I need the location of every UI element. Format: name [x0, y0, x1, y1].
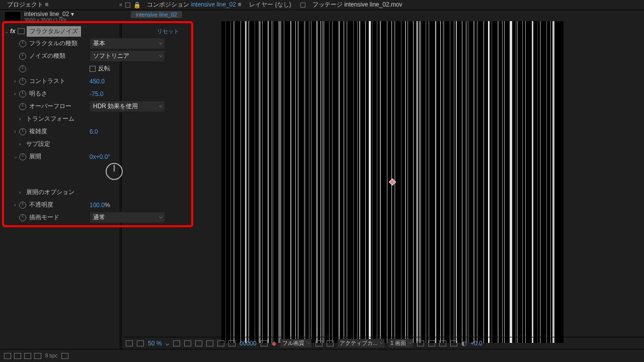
opacity-suffix: % — [105, 202, 110, 209]
fx-badge[interactable]: fx — [10, 28, 16, 35]
grid-icon[interactable] — [137, 340, 144, 346]
evolution-dial[interactable] — [106, 163, 123, 180]
layer-tab[interactable]: レイヤー (なし) — [245, 0, 295, 10]
stopwatch-icon[interactable] — [19, 153, 26, 160]
prop-sub-settings-group[interactable]: › サブ設定 — [5, 138, 189, 150]
views-dropdown[interactable]: 1 画面 — [388, 339, 413, 347]
prop-label: ノイズの種類 — [29, 52, 90, 60]
fractal-type-dropdown[interactable]: 基本 — [90, 38, 165, 49]
project-item-dims: 3500 x 3500 (1.00) — [24, 18, 74, 23]
comp-prefix-label: コンポジション — [147, 1, 189, 8]
blend-mode-dropdown[interactable]: 通常 — [90, 212, 165, 223]
comp-icon[interactable] — [24, 353, 31, 359]
flowchart-icon[interactable] — [450, 340, 457, 346]
twirl-right-icon[interactable]: › — [19, 141, 24, 147]
viewer-icon[interactable] — [315, 340, 323, 346]
opacity-value[interactable]: 100.0 — [90, 202, 105, 209]
prop-transform-group[interactable]: › トランスフォーム — [5, 113, 189, 125]
evolution-value[interactable]: 0x+0.0° — [90, 153, 110, 160]
menu-icon[interactable]: ≡ — [45, 1, 48, 8]
stopwatch-icon[interactable] — [19, 90, 26, 98]
twirl-right-icon[interactable]: › — [14, 78, 19, 84]
prop-evolution-options-group[interactable]: › 展開のオプション — [5, 186, 189, 199]
stopwatch-icon[interactable] — [19, 78, 26, 85]
mask-icon[interactable] — [195, 340, 202, 346]
twirl-right-icon[interactable]: › — [14, 129, 19, 134]
twirl-down-icon[interactable]: ⌵ — [14, 154, 19, 159]
show-channel-icon[interactable]: ◆ — [272, 340, 276, 347]
flowchart-comp-tab[interactable]: intensive line_02 — [131, 11, 182, 18]
invert-checkbox[interactable] — [90, 66, 96, 72]
lock-icon[interactable]: 🔒 — [133, 2, 141, 9]
guide-icon[interactable] — [228, 340, 235, 346]
prop-label: 展開のオプション — [26, 188, 87, 197]
interpret-icon[interactable] — [4, 353, 11, 359]
stopwatch-icon[interactable] — [19, 202, 26, 209]
complexity-value[interactable]: 6.0 — [90, 128, 98, 135]
close-icon[interactable]: × — [119, 2, 122, 9]
bpc-label[interactable]: 8 bpc — [45, 353, 57, 358]
stopwatch-icon[interactable] — [19, 103, 26, 110]
prop-noise-type: ノイズの種類 ソフトリニア — [5, 50, 189, 62]
prop-overflow: オーバーフロー HDR 効果を使用 — [5, 100, 189, 113]
magnify-icon[interactable] — [126, 340, 133, 346]
menu-icon[interactable]: ≡ — [237, 1, 241, 8]
region-icon[interactable] — [206, 340, 213, 346]
prop-label: オーバーフロー — [29, 102, 90, 111]
zoom-dropdown[interactable]: 50 % — [148, 340, 162, 347]
project-item-name[interactable]: intensive line_02 ▾ — [24, 11, 74, 18]
contrast-value[interactable]: 450.0 — [90, 78, 105, 85]
twirl-right-icon[interactable]: › — [14, 91, 19, 97]
timecode-display[interactable]: 00000 — [239, 340, 256, 347]
footage-tab[interactable]: フッテージ intensive line_02.mov — [308, 0, 407, 10]
quality-dropdown[interactable]: フル画質 — [280, 339, 311, 347]
solo-icon[interactable] — [300, 3, 305, 8]
composition-viewer[interactable] — [221, 21, 564, 343]
effect-name[interactable]: フラクタルノイズ — [27, 26, 81, 37]
noise-type-dropdown[interactable]: ソフトリニア — [90, 50, 165, 62]
timeline-icon[interactable] — [439, 340, 446, 346]
adjustment-icon[interactable] — [34, 353, 41, 359]
project-thumbnail[interactable] — [4, 11, 21, 23]
exposure-value[interactable]: +0.0 — [470, 340, 482, 347]
channel-icon[interactable] — [184, 340, 191, 346]
prop-invert: 反転 — [5, 62, 189, 75]
camera-dropdown[interactable]: アクティブカ... — [338, 339, 384, 347]
overflow-dropdown[interactable]: HDR 効果を使用 — [90, 101, 165, 112]
project-tab[interactable]: プロジェクト ≡ — [3, 0, 52, 10]
footage-prefix-label: フッテージ — [312, 1, 343, 8]
trash-icon[interactable] — [61, 353, 68, 359]
prop-label: サブ設定 — [26, 140, 87, 148]
pixel-aspect-icon[interactable] — [417, 340, 424, 346]
reset-link[interactable]: リセット — [157, 28, 179, 35]
transparency-icon[interactable] — [217, 340, 224, 346]
exposure-reset-icon[interactable]: ◐ — [461, 340, 466, 347]
prop-label: 不透明度 — [29, 201, 90, 209]
prop-label: フラクタルの種類 — [29, 39, 90, 48]
project-item-info: intensive line_02 ▾ 3500 x 3500 (1.00) — [4, 11, 74, 23]
twirl-right-icon[interactable]: › — [14, 202, 19, 208]
solo-icon[interactable] — [125, 3, 130, 8]
view-options-icon[interactable] — [327, 340, 334, 346]
prop-complexity: › 複雑度 6.0 — [5, 125, 189, 138]
stopwatch-icon[interactable] — [19, 128, 26, 135]
composition-tab[interactable]: コンポジション intensive line_02 ≡ — [143, 0, 245, 10]
folder-icon[interactable] — [14, 353, 21, 359]
twirl-down-icon[interactable]: ⌵ — [5, 29, 8, 34]
invert-label: 反転 — [98, 64, 110, 73]
prop-label: 複雑度 — [29, 127, 90, 136]
stopwatch-icon[interactable] — [19, 214, 26, 221]
stopwatch-icon[interactable] — [19, 40, 26, 47]
snapshot-icon[interactable] — [261, 340, 268, 346]
fast-previews-icon[interactable] — [428, 340, 435, 346]
twirl-right-icon[interactable]: › — [19, 190, 24, 195]
preset-icon[interactable] — [18, 28, 25, 34]
stopwatch-icon[interactable] — [19, 53, 26, 60]
twirl-right-icon[interactable]: › — [19, 116, 24, 122]
project-footer-bar: 8 bpc — [0, 349, 644, 362]
stopwatch-icon[interactable] — [19, 65, 26, 72]
effect-header[interactable]: ⌵ fx フラクタルノイズ リセット — [5, 25, 189, 37]
prop-contrast: › コントラスト 450.0 — [5, 75, 189, 87]
brightness-value[interactable]: -75.0 — [90, 90, 103, 98]
resolution-icon[interactable] — [173, 340, 180, 346]
